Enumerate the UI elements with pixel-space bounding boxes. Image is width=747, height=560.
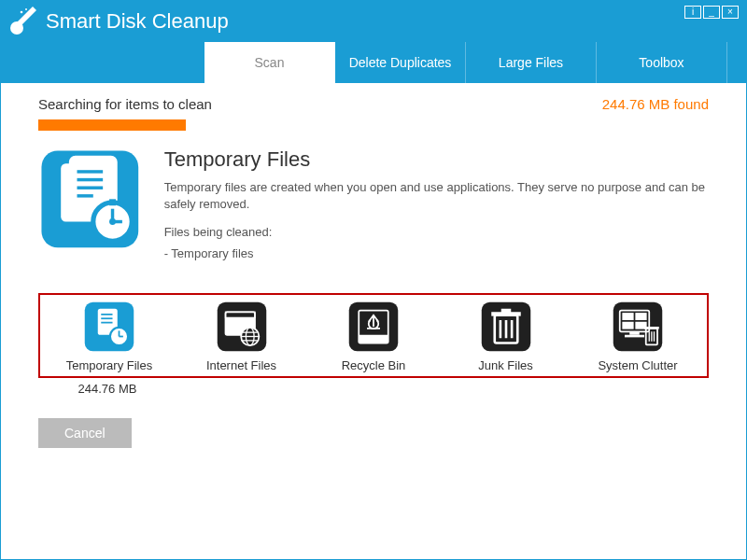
category-sizes-row: 244.76 MB xyxy=(38,382,709,396)
app-logo-icon xyxy=(8,7,38,36)
close-button[interactable]: × xyxy=(722,6,739,19)
category-size-temp: 244.76 MB xyxy=(42,382,173,396)
detail-category-icon xyxy=(38,147,142,267)
cancel-button[interactable]: Cancel xyxy=(38,418,132,448)
found-text: 244.76 MB found xyxy=(602,96,709,112)
minimize-button[interactable]: _ xyxy=(703,6,720,19)
info-button[interactable]: i xyxy=(684,6,701,19)
category-temporary-files[interactable]: Temporary Files xyxy=(44,301,175,372)
detail-being-cleaned-item: - Temporary files xyxy=(164,245,709,262)
svg-rect-40 xyxy=(500,309,511,313)
category-label: Recycle Bin xyxy=(342,358,406,372)
category-label: Junk Files xyxy=(478,358,533,372)
svg-rect-50 xyxy=(629,331,640,335)
category-internet-files[interactable]: Internet Files xyxy=(176,301,307,372)
svg-rect-48 xyxy=(622,322,633,329)
svg-point-2 xyxy=(21,11,23,14)
category-label: Internet Files xyxy=(206,358,276,372)
category-label: Temporary Files xyxy=(66,358,152,372)
status-text: Searching for items to clean xyxy=(38,96,212,112)
detail-title: Temporary Files xyxy=(164,147,709,172)
svg-rect-27 xyxy=(225,312,255,317)
category-label: System Clutter xyxy=(598,358,677,372)
detail-panel: Temporary Files Temporary files are crea… xyxy=(38,147,709,267)
app-title: Smart Disk Cleanup xyxy=(46,9,684,34)
svg-rect-47 xyxy=(635,313,646,320)
window-controls: i _ × xyxy=(684,6,739,19)
detail-being-cleaned-label: Files being cleaned: xyxy=(164,224,709,241)
junk-files-icon xyxy=(480,301,532,353)
tab-delete-duplicates[interactable]: Delete Duplicates xyxy=(335,42,466,83)
svg-rect-53 xyxy=(644,327,659,329)
svg-rect-46 xyxy=(622,313,633,320)
svg-rect-51 xyxy=(625,335,644,338)
svg-rect-9 xyxy=(77,178,103,181)
temporary-files-icon xyxy=(83,301,135,353)
category-junk-files[interactable]: Junk Files xyxy=(441,301,571,372)
svg-rect-19 xyxy=(101,314,112,315)
detail-description: Temporary files are created when you ope… xyxy=(164,179,709,213)
recycle-bin-icon xyxy=(347,301,400,353)
progress-fill xyxy=(38,119,186,131)
tab-large-files[interactable]: Large Files xyxy=(466,42,597,83)
svg-rect-11 xyxy=(77,194,92,197)
system-clutter-icon xyxy=(612,301,664,353)
svg-rect-8 xyxy=(77,170,103,173)
tabbar: Scan Delete Duplicates Large Files Toolb… xyxy=(1,42,746,83)
svg-point-3 xyxy=(25,8,27,10)
category-system-clutter[interactable]: System Clutter xyxy=(572,301,703,372)
progress-bar xyxy=(38,119,709,131)
category-recycle-bin[interactable]: Recycle Bin xyxy=(308,301,439,372)
internet-files-icon xyxy=(216,301,268,353)
tab-toolbox[interactable]: Toolbox xyxy=(597,42,727,83)
svg-rect-10 xyxy=(77,186,103,189)
content-area: Searching for items to clean 244.76 MB f… xyxy=(1,83,746,457)
category-row: Temporary Files Internet Files Recycle B… xyxy=(38,293,709,378)
titlebar: Smart Disk Cleanup i _ × xyxy=(1,1,746,42)
svg-rect-36 xyxy=(359,335,388,343)
svg-rect-21 xyxy=(101,322,112,324)
tab-scan[interactable]: Scan xyxy=(204,42,335,83)
svg-rect-20 xyxy=(101,317,112,319)
svg-rect-16 xyxy=(109,199,116,205)
